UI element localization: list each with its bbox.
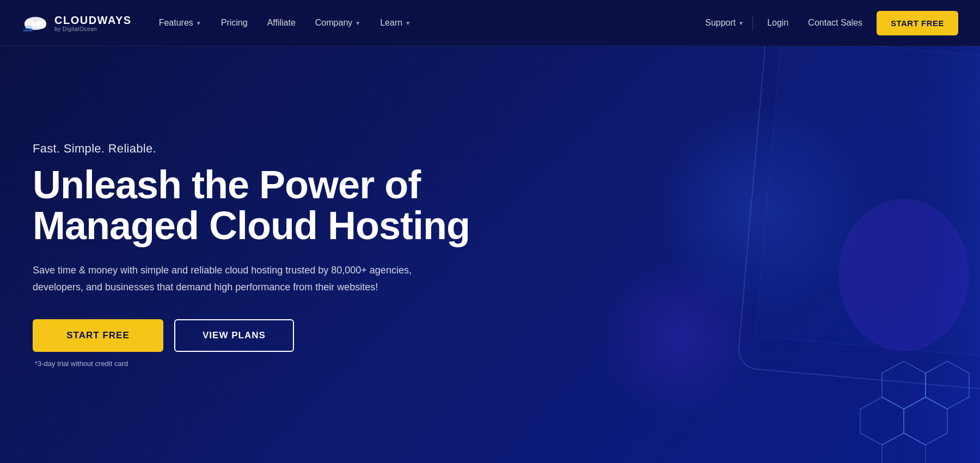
chevron-down-icon: ▼ [196,20,201,26]
hero-section: Fast. Simple. Reliable. Unleash the Powe… [0,46,980,463]
logo[interactable]: CLOUDWAYS by DigitalOcean [22,13,132,33]
nav-left: CLOUDWAYS by DigitalOcean Features ▼ Pri… [22,13,418,33]
navbar: CLOUDWAYS by DigitalOcean Features ▼ Pri… [0,0,980,46]
nav-links: Features ▼ Pricing Affiliate Company ▼ [151,14,418,32]
nav-link-affiliate[interactable]: Affiliate [260,14,303,32]
svg-rect-4 [23,30,33,32]
hero-start-free-button[interactable]: START FREE [33,319,163,352]
nav-link-pricing[interactable]: Pricing [213,14,255,32]
nav-link-features[interactable]: Features ▼ [151,14,209,32]
svg-point-2 [35,20,46,29]
nav-link-learn[interactable]: Learn ▼ [372,14,418,32]
nav-link-company[interactable]: Company ▼ [308,14,368,32]
nav-login[interactable]: Login [762,14,794,32]
brand-sub: by DigitalOcean [54,26,132,32]
nav-right: Support ▼ Login Contact Sales START FREE [705,11,958,35]
nav-item-company[interactable]: Company ▼ [308,14,368,32]
chevron-down-icon: ▼ [405,20,411,26]
hero-tagline: Fast. Simple. Reliable. [33,142,470,156]
nav-divider [752,15,753,31]
hero-heading-line2: Managed Cloud Hosting [33,204,470,247]
logo-text: CLOUDWAYS by DigitalOcean [54,14,132,32]
nav-contact-sales[interactable]: Contact Sales [803,14,868,32]
brand-name: CLOUDWAYS [54,14,132,26]
chevron-down-icon: ▼ [738,20,744,26]
svg-point-1 [24,20,35,29]
nav-start-free-button[interactable]: START FREE [877,11,958,35]
hero-graphic [490,46,980,463]
nav-support[interactable]: Support ▼ [705,18,744,28]
hero-heading-line1: Unleash the Power of [33,163,420,206]
cloudways-logo-icon [22,13,49,33]
nav-item-learn[interactable]: Learn ▼ [372,14,418,32]
nav-item-pricing[interactable]: Pricing [213,14,255,32]
hero-buttons: START FREE VIEW PLANS [33,319,470,352]
chevron-down-icon: ▼ [355,20,360,26]
hero-content: Fast. Simple. Reliable. Unleash the Powe… [0,142,470,368]
hero-decorative-svg [490,46,980,463]
hero-heading: Unleash the Power of Managed Cloud Hosti… [33,165,470,247]
svg-rect-5 [26,26,32,27]
svg-rect-3 [25,28,33,29]
hero-trial-note: *3-day trial without credit card [35,360,470,368]
nav-item-features[interactable]: Features ▼ [151,14,209,32]
svg-point-14 [838,199,969,351]
nav-item-affiliate[interactable]: Affiliate [260,14,303,32]
hero-view-plans-button[interactable]: VIEW PLANS [174,319,294,352]
hero-description: Save time & money with simple and reliab… [33,262,441,295]
